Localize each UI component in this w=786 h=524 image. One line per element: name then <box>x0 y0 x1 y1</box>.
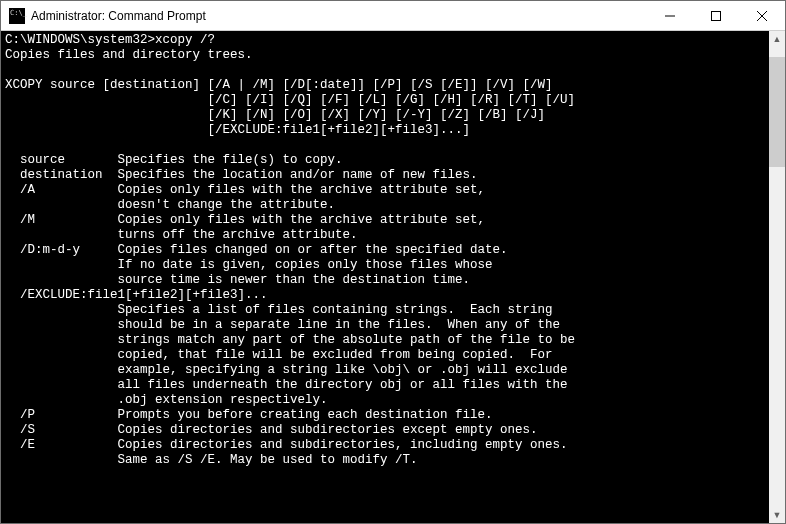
maximize-button[interactable] <box>693 1 739 30</box>
svg-rect-1 <box>712 11 721 20</box>
cmd-icon <box>9 8 25 24</box>
vertical-scrollbar[interactable]: ▲ ▼ <box>769 31 785 523</box>
titlebar[interactable]: Administrator: Command Prompt <box>1 1 785 31</box>
console-output[interactable]: C:\WINDOWS\system32>xcopy /? Copies file… <box>1 31 769 523</box>
scroll-thumb[interactable] <box>769 57 785 167</box>
close-button[interactable] <box>739 1 785 30</box>
command-prompt-window: Administrator: Command Prompt C:\WINDOWS… <box>0 0 786 524</box>
window-controls <box>647 1 785 30</box>
scroll-up-arrow[interactable]: ▲ <box>769 31 785 47</box>
minimize-button[interactable] <box>647 1 693 30</box>
window-title: Administrator: Command Prompt <box>31 9 647 23</box>
console-area: C:\WINDOWS\system32>xcopy /? Copies file… <box>1 31 785 523</box>
scroll-down-arrow[interactable]: ▼ <box>769 507 785 523</box>
